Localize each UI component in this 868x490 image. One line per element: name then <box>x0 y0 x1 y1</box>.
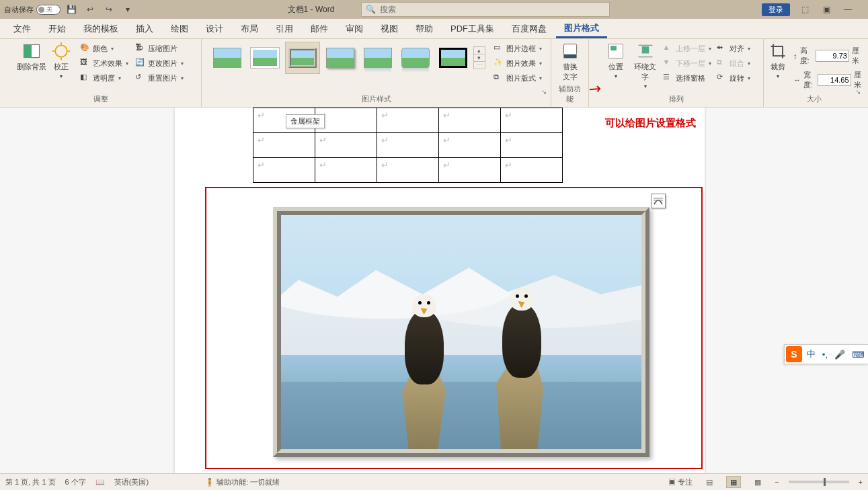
zoom-slider[interactable] <box>789 481 849 483</box>
autosave-toggle[interactable]: 自动保存 关 <box>4 5 61 15</box>
title-bar: 自动保存 关 💾 ↩ ↪ ▾ 文档1 - Word 🔍 搜索 登录 ⬚ ▣ — <box>0 0 868 19</box>
styles-dialog-launcher[interactable]: ↘ <box>541 88 549 96</box>
bring-forward-button: ▲上移一层 <box>662 42 713 55</box>
status-word-count[interactable]: 6 个字 <box>65 477 86 487</box>
style-tooltip: 金属框架 <box>286 114 325 128</box>
quick-access-toolbar: 自动保存 关 💾 ↩ ↪ ▾ <box>0 1 136 17</box>
group-label-styles: 图片样式 <box>207 93 545 106</box>
tab-引用[interactable]: 引用 <box>268 19 301 38</box>
rotate-button[interactable]: ⟳旋转 <box>715 71 752 85</box>
status-language[interactable]: 英语(美国) <box>114 477 149 487</box>
remove-background-button[interactable]: 删除背景 <box>17 42 46 72</box>
wrap-text-button[interactable]: 环绕文 字▾ <box>631 42 660 89</box>
gallery-scroll[interactable]: ▴▾⋯ <box>473 46 485 69</box>
ribbon-tabs: 文件开始我的模板插入绘图设计布局引用邮件审阅视图帮助PDF工具集百度网盘图片格式 <box>0 19 868 39</box>
picture-effects-button[interactable]: ✨图片效果 <box>492 56 543 70</box>
tab-审阅[interactable]: 审阅 <box>338 19 371 38</box>
ime-brand-icon[interactable]: S <box>786 346 802 362</box>
save-icon[interactable]: 💾 <box>63 1 79 17</box>
annotation-text: 可以给图片设置格式 <box>605 117 696 130</box>
tab-百度网盘[interactable]: 百度网盘 <box>504 19 555 38</box>
tab-PDF工具集[interactable]: PDF工具集 <box>442 19 502 38</box>
ime-voice-icon[interactable]: 🎤 <box>831 350 849 360</box>
print-layout-icon[interactable]: ▦ <box>726 476 741 488</box>
style-item-6[interactable] <box>398 42 433 74</box>
svg-rect-10 <box>610 46 617 50</box>
alt-text-button[interactable]: 替换 文字 <box>555 42 585 82</box>
status-proofing-icon[interactable]: 📖 <box>95 478 105 487</box>
minimize-icon[interactable]: — <box>841 3 855 16</box>
selection-pane-button[interactable]: ☰选择窗格 <box>662 71 713 85</box>
tab-图片格式[interactable]: 图片格式 <box>556 18 607 38</box>
tab-视图[interactable]: 视图 <box>372 19 406 38</box>
tab-布局[interactable]: 布局 <box>233 19 266 38</box>
position-button[interactable]: 位置▾ <box>601 42 631 79</box>
zoom-in-button[interactable]: + <box>859 478 863 486</box>
status-accessibility[interactable]: 🧍 辅助功能: 一切就绪 <box>205 477 280 487</box>
group-button: ⧉组合 <box>715 56 752 70</box>
ime-toolbar[interactable]: S 中 •, 🎤 ⌨ <box>784 344 868 364</box>
color-button[interactable]: 🎨颜色 <box>79 42 130 55</box>
change-picture-button[interactable]: 🔄更改图片 <box>134 56 185 70</box>
artistic-effects-button[interactable]: 🖼艺术效果 <box>79 56 130 70</box>
align-button[interactable]: ⇹对齐 <box>715 42 752 55</box>
picture-layout-button[interactable]: ⧉图片版式 <box>492 71 543 85</box>
document-canvas[interactable]: 金属框架 ↘ ↵↵↵↵↵ ↵↵↵↵↵ ↵↵↵↵↵ 可以给图片设置格式 <box>0 108 868 473</box>
width-input[interactable]: ↔宽度:厘米 <box>793 70 863 90</box>
tab-文件[interactable]: 文件 <box>5 19 39 38</box>
ime-lang[interactable]: 中 <box>803 348 819 360</box>
height-input[interactable]: ↕高度:厘米 <box>793 46 863 66</box>
tab-插入[interactable]: 插入 <box>128 19 161 38</box>
compress-pictures-button[interactable]: 🗜压缩图片 <box>134 42 185 55</box>
svg-rect-7 <box>563 44 576 55</box>
autosave-label: 自动保存 <box>4 5 34 15</box>
tab-开始[interactable]: 开始 <box>40 19 74 38</box>
group-arrange: 位置▾ 环绕文 字▾ ▲上移一层 ▼下移一层 ☰选择窗格 ⇹对齐 ⧉组合 ⟳旋转… <box>589 39 764 107</box>
page: 金属框架 ↘ ↵↵↵↵↵ ↵↵↵↵↵ ↵↵↵↵↵ 可以给图片设置格式 <box>175 108 705 473</box>
transparency-button[interactable]: ◧透明度 <box>79 71 130 85</box>
focus-mode-button[interactable]: ▣ 专注 <box>668 477 693 487</box>
inserted-picture[interactable] <box>273 207 649 457</box>
size-dialog-launcher[interactable]: ↘ <box>855 88 863 96</box>
tab-邮件[interactable]: 邮件 <box>303 19 336 38</box>
tab-帮助[interactable]: 帮助 <box>407 19 441 38</box>
style-item-7[interactable] <box>436 42 471 74</box>
reset-picture-button[interactable]: ↺重置图片 <box>134 71 185 85</box>
ime-punct[interactable]: •, <box>819 350 831 360</box>
tab-绘图[interactable]: 绘图 <box>163 19 196 38</box>
undo-icon[interactable]: ↩ <box>82 1 98 17</box>
picture-border-button[interactable]: ▭图片边框 <box>492 42 543 55</box>
read-mode-icon[interactable]: ▤ <box>702 476 717 488</box>
zoom-out-button[interactable]: − <box>775 478 779 486</box>
tab-设计[interactable]: 设计 <box>198 19 231 38</box>
status-page[interactable]: 第 1 页, 共 1 页 <box>5 477 56 487</box>
style-item-2[interactable] <box>247 42 282 74</box>
svg-rect-1 <box>24 44 31 57</box>
picture-style-gallery[interactable]: ▴▾⋯ <box>210 42 485 74</box>
search-box[interactable]: 🔍 搜索 <box>361 2 610 17</box>
qat-more-icon[interactable]: ▾ <box>120 1 136 17</box>
group-picture-styles: ▴▾⋯ ▭图片边框 ✨图片效果 ⧉图片版式 图片样式 ↘ <box>202 39 551 107</box>
ime-keyboard-icon[interactable]: ⌨ <box>849 350 868 360</box>
svg-rect-8 <box>563 54 576 58</box>
search-icon: 🔍 <box>366 5 376 14</box>
style-item-4[interactable] <box>323 42 358 74</box>
web-layout-icon[interactable]: ▩ <box>750 476 765 488</box>
corrections-button[interactable]: 校正▾ <box>46 42 76 79</box>
send-backward-button: ▼下移一层 <box>662 56 713 70</box>
style-item-5[interactable] <box>360 42 395 74</box>
status-bar: 第 1 页, 共 1 页 6 个字 📖 英语(美国) 🧍 辅助功能: 一切就绪 … <box>0 473 868 490</box>
style-item-3-hovered[interactable] <box>285 42 320 74</box>
window-switch-icon[interactable]: ▣ <box>820 3 833 16</box>
ribbon-display-icon[interactable]: ⬚ <box>798 3 812 16</box>
layout-options-icon[interactable] <box>651 194 666 208</box>
tab-我的模板[interactable]: 我的模板 <box>75 19 126 38</box>
crop-button[interactable]: 裁剪▾ <box>765 42 791 79</box>
redo-icon[interactable]: ↪ <box>101 1 117 17</box>
login-button[interactable]: 登录 <box>762 3 790 16</box>
style-item-1[interactable] <box>210 42 245 74</box>
group-adjust: 删除背景 校正▾ 🎨颜色 🖼艺术效果 ◧透明度 🗜压缩图片 🔄更改图片 ↺重置图… <box>0 39 202 107</box>
group-size: 裁剪▾ ↕高度:厘米 ↔宽度:厘米 大小 ↘ <box>764 39 865 107</box>
search-placeholder: 搜索 <box>380 4 396 15</box>
group-label-adjust: 调整 <box>5 93 196 106</box>
